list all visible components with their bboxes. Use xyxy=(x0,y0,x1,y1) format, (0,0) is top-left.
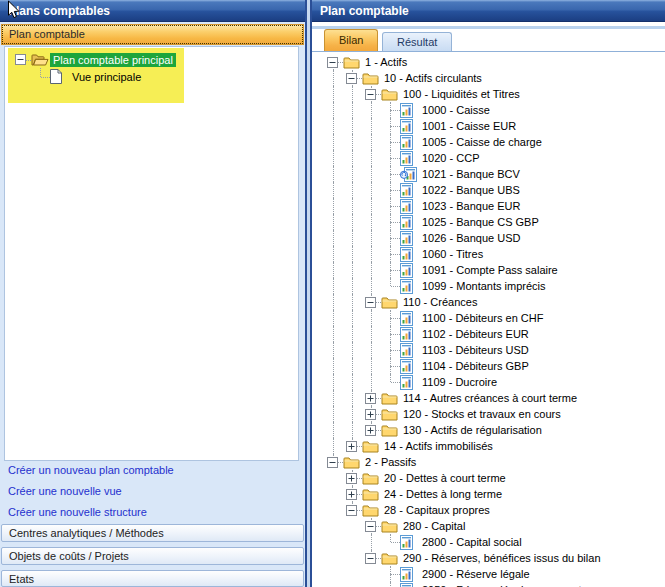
expander-plus-icon[interactable] xyxy=(343,438,362,454)
link-create-plan-comptable[interactable]: Créer un nouveau plan comptable xyxy=(8,464,174,476)
tree-item[interactable]: 20 - Dettes à court terme xyxy=(314,470,665,486)
tree-item[interactable]: 14 - Actifs immobilisés xyxy=(314,438,665,454)
tree-guide xyxy=(343,358,362,374)
tree-item[interactable]: 1023 - Banque EUR xyxy=(314,198,665,214)
tree-item[interactable]: 2 - Passifs xyxy=(314,454,665,470)
tree-item-label: 24 - Dettes à long terme xyxy=(381,487,505,501)
tree-item[interactable]: 10 - Actifs circulants xyxy=(314,70,665,86)
tree-guide xyxy=(343,550,362,566)
tree-connector xyxy=(381,278,400,294)
expander-minus-icon[interactable] xyxy=(362,550,381,566)
tree-item[interactable]: 1026 - Banque USD xyxy=(314,230,665,246)
tree-item-label: 1025 - Banque CS GBP xyxy=(419,215,542,229)
accordion-section-plan-comptable[interactable]: Plan comptable xyxy=(1,24,304,45)
tree-connector xyxy=(381,118,400,134)
folder-icon xyxy=(362,72,381,85)
expander-minus-icon[interactable] xyxy=(343,502,362,518)
tree-item[interactable]: 130 - Actifs de régularisation xyxy=(314,422,665,438)
tree-item[interactable]: 1091 - Compte Pass salaire xyxy=(314,262,665,278)
tree-guide xyxy=(324,246,343,262)
expander-plus-icon[interactable] xyxy=(362,390,381,406)
tree-connector xyxy=(381,102,400,118)
tree-item[interactable]: 1104 - Débiteurs GBP xyxy=(314,358,665,374)
tree-guide xyxy=(324,134,343,150)
tree-item[interactable]: 114 - Autres créances à court terme xyxy=(314,390,665,406)
account-icon xyxy=(400,135,419,150)
tree-connector xyxy=(381,582,400,587)
tree-item[interactable]: 1022 - Banque UBS xyxy=(314,182,665,198)
tree-item[interactable]: 110 - Créances xyxy=(314,294,665,310)
expander-minus-icon[interactable] xyxy=(362,518,381,534)
tree-guide xyxy=(343,374,362,390)
tree-item[interactable]: 28 - Capitaux propres xyxy=(314,502,665,518)
account-icon xyxy=(400,247,419,262)
tree-item[interactable]: 1100 - Débiteurs en CHF xyxy=(314,310,665,326)
tree-item[interactable]: 1060 - Titres xyxy=(314,246,665,262)
tree-connector xyxy=(381,230,400,246)
expander-plus-icon[interactable] xyxy=(362,406,381,422)
folder-icon xyxy=(343,456,362,469)
tree-connector xyxy=(381,150,400,166)
link-create-structure[interactable]: Créer une nouvelle structure xyxy=(8,506,147,518)
expander-minus-icon[interactable] xyxy=(12,51,31,68)
tree-item-label: 28 - Capitaux propres xyxy=(381,503,493,517)
tree-item[interactable]: 2800 - Capital social xyxy=(314,534,665,550)
tab-resultat[interactable]: Résultat xyxy=(382,32,452,51)
tab-label: Résultat xyxy=(397,36,437,48)
tree-item[interactable]: 100 - Liquidités et Titres xyxy=(314,86,665,102)
tree-item[interactable]: 1 - Actifs xyxy=(314,54,665,70)
tree-guide xyxy=(362,230,381,246)
tree-guide xyxy=(362,214,381,230)
tree-guide xyxy=(362,150,381,166)
tree-item[interactable]: 1001 - Caisse EUR xyxy=(314,118,665,134)
tree-guide xyxy=(362,198,381,214)
tree-item[interactable]: Plan comptable principal xyxy=(6,51,297,68)
tree-item[interactable]: 2950 - Réserve légale provenant xyxy=(314,582,665,587)
expander-plus-icon[interactable] xyxy=(343,470,362,486)
accordion-section-centres-analytiques[interactable]: Centres analytiques / Méthodes xyxy=(1,524,304,542)
tree-item-label: 20 - Dettes à court terme xyxy=(381,471,509,485)
tree-connector xyxy=(381,134,400,150)
tree-guide xyxy=(362,278,381,294)
tree-item[interactable]: 1020 - CCP xyxy=(314,150,665,166)
tree-item[interactable]: 1021 - Banque BCV xyxy=(314,166,665,182)
expander-minus-icon[interactable] xyxy=(343,70,362,86)
expander-minus-icon[interactable] xyxy=(324,454,343,470)
tree-guide xyxy=(362,246,381,262)
tree-item[interactable]: 1099 - Montants imprécis xyxy=(314,278,665,294)
tree-item-label: 2900 - Réserve légale xyxy=(419,567,533,581)
tree-item[interactable]: 1000 - Caisse xyxy=(314,102,665,118)
tree-item[interactable]: 280 - Capital xyxy=(314,518,665,534)
account-icon xyxy=(400,199,419,214)
tree-item[interactable]: 1005 - Caisse de charge xyxy=(314,134,665,150)
tree-item[interactable]: 1025 - Banque CS GBP xyxy=(314,214,665,230)
tree-item[interactable]: 1102 - Débiteurs EUR xyxy=(314,326,665,342)
tree-item[interactable]: 1109 - Ducroire xyxy=(314,374,665,390)
tree-item[interactable]: 2900 - Réserve légale xyxy=(314,566,665,582)
tree-item[interactable]: Vue principale xyxy=(6,68,297,85)
folder-icon xyxy=(381,408,400,421)
accordion-section-etats[interactable]: Etats xyxy=(1,570,304,587)
tree-guide xyxy=(324,150,343,166)
expander-minus-icon[interactable] xyxy=(324,54,343,70)
expander-minus-icon[interactable] xyxy=(362,86,381,102)
link-create-vue[interactable]: Créer une nouvelle vue xyxy=(8,485,122,497)
expander-plus-icon[interactable] xyxy=(362,422,381,438)
tree-item[interactable]: 1103 - Débiteurs USD xyxy=(314,342,665,358)
tree-item[interactable]: 120 - Stocks et travaux en cours xyxy=(314,406,665,422)
tree-item[interactable]: 24 - Dettes à long terme xyxy=(314,486,665,502)
account-icon xyxy=(400,535,419,550)
tree-item[interactable]: 290 - Réserves, bénéfices issus du bilan xyxy=(314,550,665,566)
accordion-section-objets-de-couts[interactable]: Objets de coûts / Projets xyxy=(1,547,304,565)
folder-icon xyxy=(381,552,400,565)
expander-minus-icon[interactable] xyxy=(362,294,381,310)
tree-guide xyxy=(362,182,381,198)
tree-guide xyxy=(324,230,343,246)
account-icon xyxy=(400,119,419,134)
folder-open-icon xyxy=(31,53,50,66)
expander-plus-icon[interactable] xyxy=(343,486,362,502)
tab-bilan[interactable]: Bilan xyxy=(324,29,378,51)
account-icon xyxy=(400,279,419,294)
tree-guide xyxy=(343,422,362,438)
tree-guide xyxy=(362,134,381,150)
